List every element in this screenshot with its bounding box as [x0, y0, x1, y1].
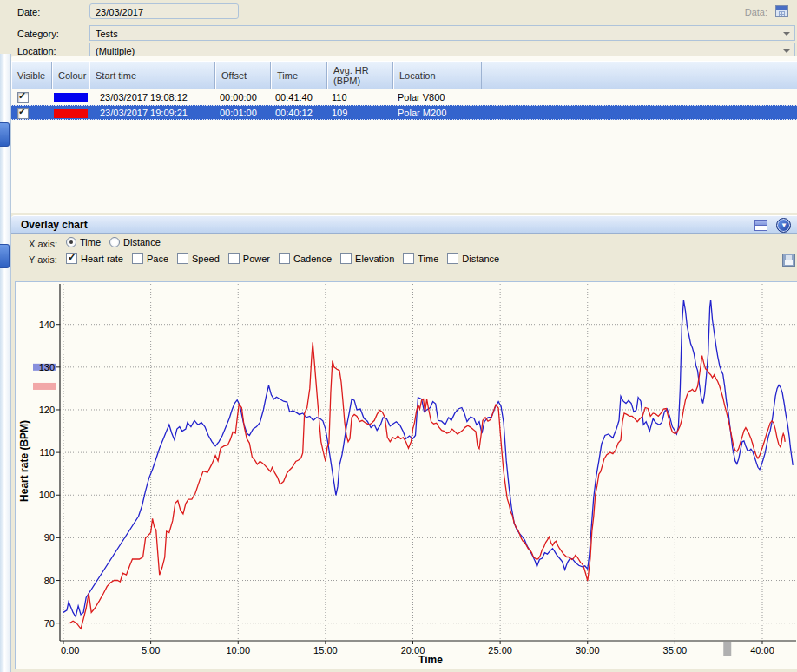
y-tick-label: 80 [44, 576, 55, 586]
panel-title: Overlay chart [21, 219, 88, 231]
radio-button[interactable] [109, 237, 120, 247]
y-tick-label: 140 [39, 320, 55, 330]
table-row[interactable]: ✓23/03/2017 19:09:2100:01:0000:40:12109P… [11, 105, 797, 120]
x-tick-label: 15:00 [313, 645, 338, 656]
checkbox[interactable] [228, 253, 240, 264]
option-label: Time [80, 237, 101, 247]
chart-svg: 7080901001101201301400:005:0010:0015:002… [16, 282, 796, 669]
dock-tab-upper[interactable] [0, 122, 10, 147]
cell-avg_hr: 110 [332, 90, 393, 105]
cell-avg_hr: 109 [332, 106, 393, 121]
cell-start_time: 23/03/2017 19:09:21 [100, 106, 215, 121]
category-label: Category: [17, 27, 59, 41]
option-label: Elevation [355, 254, 394, 264]
y-tick-label: 70 [44, 618, 55, 629]
dock-tab-lower[interactable] [0, 244, 10, 268]
activities-table: VisibleColourStart timeOffsetTimeAvg. HR… [11, 56, 797, 213]
cell-location: Polar V800 [398, 90, 482, 105]
category-value: Tests [96, 29, 118, 39]
y-axis-option-pace[interactable]: Pace [132, 253, 168, 264]
radio-button[interactable] [66, 237, 76, 247]
series-marker-bar [33, 383, 56, 390]
table-header: VisibleColourStart timeOffsetTimeAvg. HR… [11, 61, 797, 89]
x-tick-label: 30:00 [576, 645, 600, 656]
checkbox[interactable]: ✓ [66, 253, 77, 264]
data-label: Data: [745, 7, 767, 17]
colour-swatch[interactable] [54, 109, 88, 118]
app-window: { "form": { "date_label": "Date:", "date… [0, 0, 797, 672]
y-axis-option-power[interactable]: Power [228, 253, 270, 264]
data-grid-icon[interactable] [775, 5, 788, 17]
chevron-down-icon: ▼ [781, 221, 787, 230]
column-header-colour[interactable]: Colour [52, 62, 89, 89]
x-tick-label: 5:00 [142, 645, 160, 656]
date-label: Date: [17, 5, 40, 19]
cell-offset: 00:00:00 [220, 90, 271, 105]
visible-checkbox[interactable]: ✓ [17, 92, 29, 103]
cell-start_time: 23/03/2017 19:08:12 [100, 90, 215, 105]
x-tick-label: 25:00 [488, 645, 512, 656]
option-label: Power [243, 254, 270, 264]
x-tick-label: 40:00 [750, 645, 774, 656]
date-field[interactable]: 23/03/2017 [89, 3, 239, 19]
y-axis-label: Y axis: [29, 254, 57, 265]
category-select[interactable]: Tests [89, 25, 795, 41]
colour-swatch[interactable] [54, 93, 88, 102]
x-axis-option-distance[interactable]: Distance [109, 237, 161, 247]
checkbox[interactable] [279, 253, 290, 264]
y-axis-option-heart-rate[interactable]: ✓Heart rate [66, 253, 123, 264]
y-axis-option-elevation[interactable]: Elevation [340, 253, 394, 264]
series-polar-m200 [69, 342, 785, 629]
checkbox[interactable] [132, 253, 143, 264]
y-axis-option-speed[interactable]: Speed [177, 253, 220, 264]
option-label: Distance [462, 254, 499, 264]
checkbox[interactable] [403, 253, 414, 264]
date-value: 23/03/2017 [96, 7, 143, 17]
checkbox[interactable] [177, 253, 188, 264]
x-tick-label: 35:00 [663, 645, 688, 656]
option-label: Pace [147, 254, 168, 264]
y-axis-option-distance[interactable]: Distance [447, 253, 499, 264]
chevron-down-icon[interactable] [783, 49, 790, 53]
option-label: Speed [192, 254, 220, 264]
x-tick-label: 10:00 [226, 645, 250, 656]
restore-panel-icon[interactable] [754, 220, 767, 231]
y-tick-label: 100 [39, 490, 55, 500]
cell-time: 00:41:40 [275, 90, 327, 105]
overlay-chart-canvas: 7080901001101201301400:005:0010:0015:002… [15, 281, 797, 669]
overlay-chart-header: Overlay chart ▼ [11, 215, 797, 234]
y-tick-label: 120 [39, 405, 55, 415]
axis-slider-marker[interactable] [723, 642, 731, 656]
checkbox[interactable] [447, 253, 458, 264]
table-row[interactable]: ✓23/03/2017 19:08:1200:00:0000:41:40110P… [11, 90, 797, 105]
y-tick-label: 90 [44, 532, 55, 543]
y-axis-title: Heart rate (BPM) [18, 420, 30, 502]
x-axis-option-time[interactable]: Time [66, 237, 101, 247]
cell-location: Polar M200 [398, 106, 482, 121]
y-axis-option-cadence[interactable]: Cadence [279, 253, 332, 264]
column-header-time[interactable]: Time [271, 62, 327, 89]
cell-time: 00:40:12 [275, 106, 327, 121]
y-axis-option-time[interactable]: Time [403, 253, 438, 264]
visible-checkbox[interactable]: ✓ [17, 108, 29, 119]
column-header-location[interactable]: Location [393, 62, 482, 89]
cell-offset: 00:01:00 [220, 106, 271, 121]
option-label: Cadence [293, 254, 332, 264]
option-label: Time [418, 254, 438, 264]
option-label: Heart rate [81, 254, 123, 264]
y-tick-label: 110 [39, 447, 55, 458]
collapse-panel-button[interactable]: ▼ [776, 218, 791, 233]
checkbox[interactable] [340, 253, 352, 264]
column-header-offset[interactable]: Offset [215, 62, 271, 89]
column-header-visible[interactable]: Visible [11, 62, 52, 89]
save-chart-button[interactable] [782, 254, 795, 267]
option-label: Distance [123, 237, 161, 247]
column-header-avg_hr[interactable]: Avg. HR (BPM) [327, 62, 393, 89]
x-tick-label: 0:00 [61, 645, 79, 656]
series-polar-v800 [63, 300, 793, 616]
y-tick-label: 130 [39, 362, 55, 372]
left-dock-strip [0, 54, 11, 672]
column-header-start_time[interactable]: Start time [89, 62, 215, 89]
chevron-down-icon[interactable] [783, 32, 790, 36]
x-axis-title: Time [418, 654, 443, 666]
